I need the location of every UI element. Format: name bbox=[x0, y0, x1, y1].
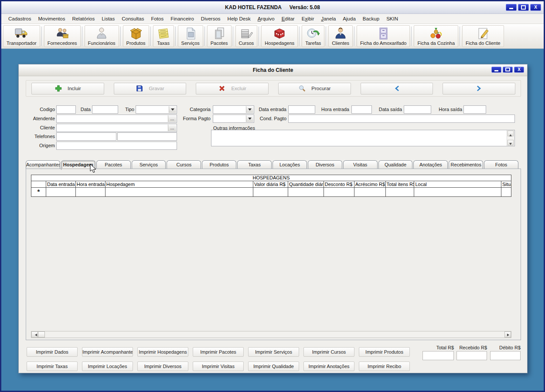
scrollbar-thumb[interactable] bbox=[38, 331, 45, 338]
imprimir-acompanhantes-button[interactable]: Imprimir Acompanhantes bbox=[82, 347, 133, 357]
tab-servicos[interactable]: Serviços bbox=[132, 160, 166, 169]
tab-taxas[interactable]: Taxas bbox=[237, 160, 272, 169]
telefone-1-field[interactable] bbox=[56, 132, 116, 141]
previous-record-button[interactable] bbox=[361, 83, 433, 95]
toolbar-button-transportador[interactable]: Transportador bbox=[3, 25, 40, 47]
grid-col-valor-diaria[interactable]: Valor diária R$ bbox=[253, 181, 288, 188]
gravar-button[interactable]: Gravar bbox=[114, 83, 187, 95]
imprimir-cursos-button[interactable]: Imprimir Cursos bbox=[303, 347, 354, 357]
hospedagens-grid[interactable]: HOSPEDAGENS Data entrada Hora entrada Ho… bbox=[31, 175, 511, 197]
menu-help-desk[interactable]: Help Desk bbox=[224, 14, 254, 24]
toolbar-button-clientes[interactable]: Clientes bbox=[328, 25, 353, 47]
toolbar-button-taxas[interactable]: Taxas bbox=[153, 25, 174, 47]
ellipsis-button[interactable]: ... bbox=[168, 115, 176, 122]
maximize-button[interactable] bbox=[518, 4, 529, 11]
menu-ajuda[interactable]: Ajuda bbox=[339, 14, 359, 24]
tab-visitas[interactable]: Visitas bbox=[343, 160, 378, 169]
menu-backup[interactable]: Backup bbox=[359, 14, 383, 24]
scrollbar-track[interactable] bbox=[45, 331, 504, 338]
cliente-field[interactable]: ... bbox=[56, 124, 177, 132]
tab-produtos[interactable]: Produtos bbox=[202, 160, 236, 169]
toolbar-button-ficha-cliente[interactable]: Ficha do Cliente bbox=[462, 25, 504, 47]
scroll-right-icon[interactable] bbox=[504, 331, 511, 338]
imprimir-recibo-button[interactable]: Imprimir Recibo bbox=[359, 362, 410, 371]
toolbar-button-produtos[interactable]: Produtos bbox=[123, 25, 149, 47]
imprimir-anotacoes-button[interactable]: Imprimir Anotações bbox=[303, 362, 354, 371]
excluir-button[interactable]: Excluir bbox=[196, 83, 269, 95]
grid-cell[interactable] bbox=[501, 188, 511, 196]
menu-listas[interactable]: Listas bbox=[98, 14, 118, 24]
atendente-field[interactable]: ... bbox=[56, 115, 177, 123]
grid-col-local[interactable]: Local bbox=[414, 181, 501, 188]
grid-cell[interactable] bbox=[46, 188, 76, 196]
codigo-field[interactable] bbox=[56, 105, 76, 114]
dialog-minimize-button[interactable] bbox=[491, 67, 501, 73]
tab-anotacoes[interactable]: Anotações bbox=[413, 160, 448, 169]
scroll-up-icon[interactable] bbox=[508, 131, 514, 136]
menu-janela[interactable]: Janela bbox=[317, 14, 339, 24]
forma-pagto-select[interactable] bbox=[213, 115, 254, 123]
grid-col-data-entrada[interactable]: Data entrada bbox=[46, 181, 76, 188]
grid-cell[interactable] bbox=[106, 188, 253, 196]
next-record-button[interactable] bbox=[443, 83, 515, 95]
scroll-left-icon[interactable] bbox=[31, 331, 38, 338]
grid-cell[interactable] bbox=[76, 188, 106, 196]
close-button[interactable]: X bbox=[530, 4, 541, 11]
tipo-select[interactable] bbox=[136, 105, 177, 114]
grid-col-quantidade-diaria[interactable]: Quantidade diária bbox=[288, 181, 324, 188]
menu-exibir[interactable]: Exibir bbox=[298, 14, 318, 24]
tab-recebimentos[interactable]: Recebimentos bbox=[449, 160, 483, 169]
data-entrada-field[interactable] bbox=[288, 105, 315, 114]
imprimir-hospedagens-button[interactable]: Imprimir Hospedagens bbox=[137, 347, 188, 357]
toolbar-button-servicos[interactable]: Serviços bbox=[178, 25, 203, 47]
tab-hospedagem[interactable]: Hospedagem bbox=[61, 160, 95, 170]
debito-field[interactable] bbox=[490, 351, 521, 360]
toolbar-button-hospedagens[interactable]: Hospedagens bbox=[261, 25, 298, 47]
incluir-button[interactable]: Incluir bbox=[31, 83, 104, 95]
grid-cell[interactable] bbox=[324, 188, 354, 196]
tab-fotos[interactable]: Fotos bbox=[484, 160, 518, 169]
hora-saida-field[interactable] bbox=[463, 105, 486, 114]
dialog-close-button[interactable]: X bbox=[514, 67, 524, 73]
menu-relatorios[interactable]: Relatórios bbox=[68, 14, 98, 24]
imprimir-locacoes-button[interactable]: Imprimir Locações bbox=[82, 362, 133, 371]
procurar-button[interactable]: Procurar bbox=[278, 83, 351, 95]
dropdown-arrow-icon[interactable] bbox=[246, 106, 253, 113]
cond-pagto-field[interactable] bbox=[288, 115, 515, 123]
hora-entrada-field[interactable] bbox=[351, 105, 372, 114]
toolbar-button-tarefas[interactable]: Tarefas bbox=[302, 25, 324, 47]
toolbar-button-funcionarios[interactable]: Funcionários bbox=[85, 25, 119, 47]
imprimir-produtos-button[interactable]: Imprimir Produtos bbox=[359, 347, 410, 357]
menu-consultas[interactable]: Consultas bbox=[118, 14, 147, 24]
menu-cadastros[interactable]: Cadastros bbox=[5, 14, 34, 24]
dropdown-arrow-icon[interactable] bbox=[169, 106, 176, 113]
menu-editar[interactable]: Editar bbox=[278, 14, 298, 24]
grid-col-situacao[interactable]: Situação bbox=[501, 181, 511, 188]
menu-skin[interactable]: SKIN bbox=[383, 14, 402, 24]
menu-diversos[interactable]: Diversos bbox=[198, 14, 224, 24]
imprimir-pacotes-button[interactable]: Imprimir Pacotes bbox=[193, 347, 244, 357]
imprimir-servicos-button[interactable]: Imprimir Serviços bbox=[248, 347, 299, 357]
grid-new-row[interactable]: * bbox=[31, 188, 511, 196]
imprimir-qualidade-button[interactable]: Imprimir Qualidade bbox=[248, 362, 299, 371]
outras-informacoes-textarea[interactable] bbox=[211, 130, 515, 146]
grid-col-desconto[interactable]: Desconto R$ bbox=[324, 181, 354, 188]
minimize-button[interactable] bbox=[506, 4, 517, 11]
imprimir-dados-button[interactable]: Imprimir Dados bbox=[27, 347, 78, 357]
grid-cell[interactable] bbox=[288, 188, 324, 196]
toolbar-button-ficha-cozinha[interactable]: Ficha da Cozinha bbox=[414, 25, 458, 47]
menu-arquivo[interactable]: Arquivo bbox=[254, 14, 278, 24]
ellipsis-button[interactable]: ... bbox=[168, 125, 176, 131]
tab-pacotes[interactable]: Pacotes bbox=[96, 160, 131, 169]
grid-cell[interactable] bbox=[414, 188, 501, 196]
dialog-titlebar[interactable]: Ficha do Cliente X bbox=[19, 64, 527, 76]
grid-col-hora-entrada[interactable]: Hora entrada bbox=[76, 181, 106, 188]
grid-horizontal-scrollbar[interactable] bbox=[31, 331, 511, 338]
menu-financeiro[interactable]: Financeiro bbox=[167, 14, 198, 24]
categoria-select[interactable] bbox=[213, 105, 254, 114]
toolbar-button-fornecedores[interactable]: Fornecedores bbox=[44, 25, 81, 47]
imprimir-visitas-button[interactable]: Imprimir Visitas bbox=[193, 362, 244, 371]
imprimir-diversos-button[interactable]: Imprimir Diversos bbox=[137, 362, 188, 371]
grid-cell[interactable] bbox=[386, 188, 415, 196]
tab-acompanhantes[interactable]: Acompanhantes bbox=[26, 160, 60, 169]
